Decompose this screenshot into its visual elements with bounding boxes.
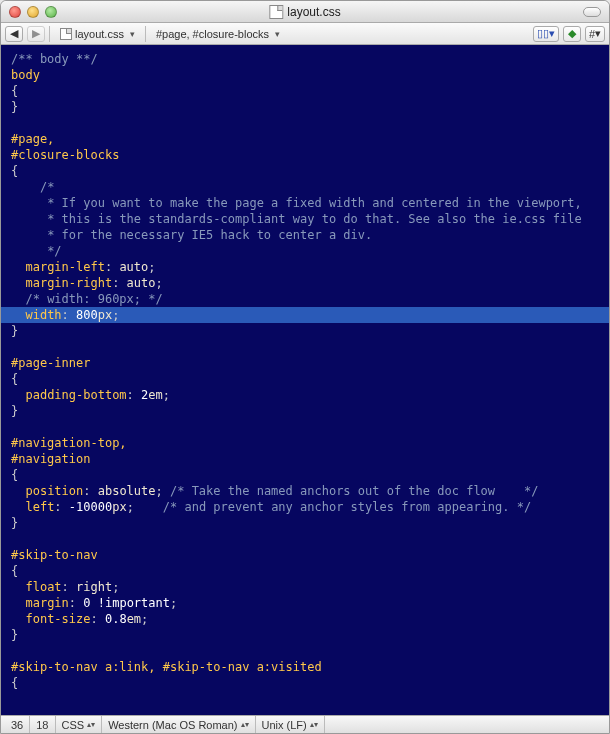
status-bar: 36 18 CSS▴▾ Western (Mac OS Roman)▴▾ Uni… xyxy=(1,715,609,733)
code-line[interactable] xyxy=(9,531,609,547)
code-line[interactable]: margin: 0 !important; xyxy=(9,595,609,611)
updown-icon: ▴▾ xyxy=(310,721,318,729)
status-line-endings[interactable]: Unix (LF)▴▾ xyxy=(256,716,325,733)
chevron-down-icon: ▾ xyxy=(275,29,280,39)
toolbar-toggle-icon[interactable] xyxy=(583,7,601,17)
code-editor[interactable]: /** body **/body{} #page,#closure-blocks… xyxy=(1,45,609,715)
chevron-down-icon: ▾ xyxy=(549,27,555,40)
close-icon[interactable] xyxy=(9,6,21,18)
code-line[interactable]: * for the necessary IE5 hack to center a… xyxy=(9,227,609,243)
run-button[interactable]: ◆ xyxy=(563,26,581,42)
play-icon: ◆ xyxy=(568,27,576,40)
code-line[interactable]: #navigation xyxy=(9,451,609,467)
updown-icon: ▴▾ xyxy=(241,721,249,729)
bookmarks-button[interactable]: ▯▯▾ xyxy=(533,26,559,42)
code-line[interactable]: width: 800px; xyxy=(1,307,609,323)
divider xyxy=(145,26,146,42)
titlebar[interactable]: layout.css xyxy=(1,1,609,23)
code-line[interactable]: * this is the standards-compliant way to… xyxy=(9,211,609,227)
code-line[interactable]: /** body **/ xyxy=(9,51,609,67)
code-line[interactable]: } xyxy=(9,323,609,339)
window-title-text: layout.css xyxy=(287,5,340,19)
code-line[interactable]: float: right; xyxy=(9,579,609,595)
code-line[interactable]: } xyxy=(9,515,609,531)
code-line[interactable]: } xyxy=(9,627,609,643)
window-title: layout.css xyxy=(269,5,340,19)
symbol-crumb-label: #page, #closure-blocks xyxy=(156,28,269,40)
code-line[interactable]: margin-left: auto; xyxy=(9,259,609,275)
back-button[interactable]: ◀ xyxy=(5,26,23,42)
traffic-lights xyxy=(9,6,57,18)
status-col[interactable]: 18 xyxy=(30,716,55,733)
code-line[interactable]: /* xyxy=(9,179,609,195)
forward-button[interactable]: ▶ xyxy=(27,26,45,42)
divider xyxy=(49,26,50,42)
code-line[interactable]: { xyxy=(9,83,609,99)
code-line[interactable]: padding-bottom: 2em; xyxy=(9,387,609,403)
code-line[interactable] xyxy=(9,339,609,355)
code-line[interactable]: */ xyxy=(9,243,609,259)
code-line[interactable]: /* width: 960px; */ xyxy=(9,291,609,307)
code-line[interactable]: * If you want to make the page a fixed w… xyxy=(9,195,609,211)
status-encoding[interactable]: Western (Mac OS Roman)▴▾ xyxy=(102,716,255,733)
code-line[interactable] xyxy=(9,419,609,435)
code-line[interactable]: margin-right: auto; xyxy=(9,275,609,291)
code-line[interactable]: body xyxy=(9,67,609,83)
code-line[interactable]: #page-inner xyxy=(9,355,609,371)
code-line[interactable]: left: -10000px; /* and prevent any ancho… xyxy=(9,499,609,515)
status-language[interactable]: CSS▴▾ xyxy=(56,716,103,733)
code-line[interactable]: { xyxy=(9,163,609,179)
code-line[interactable]: #skip-to-nav a:link, #skip-to-nav a:visi… xyxy=(9,659,609,675)
code-line[interactable]: { xyxy=(9,371,609,387)
code-line[interactable] xyxy=(9,643,609,659)
symbol-crumb[interactable]: #page, #closure-blocks ▾ xyxy=(150,25,286,43)
code-line[interactable]: } xyxy=(9,403,609,419)
code-line[interactable]: position: absolute; /* Take the named an… xyxy=(9,483,609,499)
code-line[interactable]: #page, xyxy=(9,131,609,147)
code-line[interactable]: { xyxy=(9,467,609,483)
updown-icon: ▴▾ xyxy=(87,721,95,729)
file-icon xyxy=(269,5,283,19)
chevron-down-icon: ▾ xyxy=(595,27,601,40)
navigation-bar: ◀ ▶ layout.css ▾ #page, #closure-blocks … xyxy=(1,23,609,45)
code-line[interactable]: #skip-to-nav xyxy=(9,547,609,563)
minimize-icon[interactable] xyxy=(27,6,39,18)
code-line[interactable] xyxy=(9,115,609,131)
zoom-icon[interactable] xyxy=(45,6,57,18)
code-line[interactable]: } xyxy=(9,99,609,115)
file-icon xyxy=(60,28,72,40)
code-line[interactable]: font-size: 0.8em; xyxy=(9,611,609,627)
code-line[interactable]: #closure-blocks xyxy=(9,147,609,163)
status-line[interactable]: 36 xyxy=(5,716,30,733)
chevron-down-icon: ▾ xyxy=(130,29,135,39)
file-crumb[interactable]: layout.css ▾ xyxy=(54,25,141,43)
code-line[interactable]: #navigation-top, xyxy=(9,435,609,451)
editor-window: layout.css ◀ ▶ layout.css ▾ #page, #clos… xyxy=(0,0,610,734)
book-icon: ▯▯ xyxy=(537,27,549,40)
code-line[interactable]: { xyxy=(9,675,609,691)
counterpart-button[interactable]: # ▾ xyxy=(585,26,605,42)
file-crumb-label: layout.css xyxy=(75,28,124,40)
code-line[interactable]: { xyxy=(9,563,609,579)
